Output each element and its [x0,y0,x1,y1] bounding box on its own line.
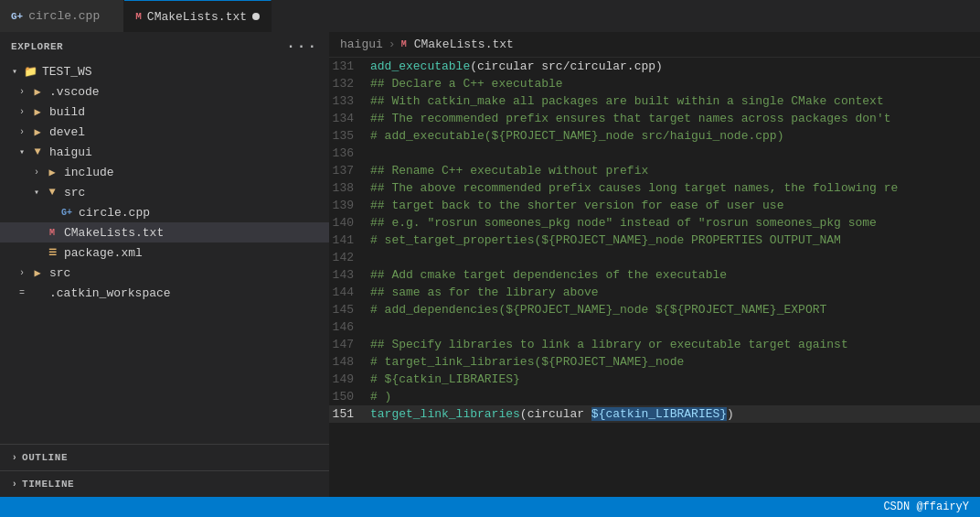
line-num-147: 147 [329,336,370,353]
status-bar: CSDN @ffairyY [0,497,980,517]
cmake-file-icon: M [135,11,142,22]
include-label: include [64,166,114,179]
outline-arrow: › [7,453,22,463]
cmakelists-label: CMakeLists.txt [64,226,164,240]
line-num-137: 137 [329,162,370,179]
sidebar-more-button[interactable]: ··· [286,39,318,54]
tab-label-circle-cpp: circle.cpp [28,9,100,23]
vscode-folder-icon: ▶ [29,85,46,99]
sidebar-item-catkin[interactable]: = .catkin_workspace [0,283,329,303]
line-num-139: 139 [329,197,370,214]
tll-paren-open: ( [520,407,527,421]
code-line-131: 131 add_executable(circular src/circular… [329,58,980,75]
status-attribution: CSDN @ffairyY [883,501,969,513]
line-num-140: 140 [329,214,370,232]
line-content-137: ## Rename C++ executable without prefix [370,162,980,179]
line-content-138: ## The above recommended prefix causes l… [370,179,980,197]
sidebar-item-include[interactable]: › ▶ include [0,162,329,182]
main-layout: EXPLORER ··· ▾ 📁 TEST_WS › ▶ .vscode › ▶… [0,32,980,497]
tab-modified-dot [252,13,260,20]
line-num-142: 142 [329,249,370,266]
sidebar-item-src-haigui[interactable]: ▾ ▼ src [0,182,329,202]
line-content-141: # set_target_properties(${PROJECT_NAME}_… [370,232,980,249]
code-line-136: 136 [329,145,980,162]
src-arrow: ▾ [29,187,44,198]
line-num-149: 149 [329,371,370,388]
catkin-spacer: = [15,288,29,298]
code-line-137: 137 ## Rename C++ executable without pre… [329,162,980,179]
line-num-150: 150 [329,388,370,405]
cpp-file-icon: G+ [11,11,23,22]
outline-label: OUTLINE [22,452,68,463]
sidebar-item-devel[interactable]: › ▶ devel [0,122,329,142]
root-arrow: ▾ [7,66,22,77]
sidebar-item-src-root[interactable]: › ▶ src [0,263,329,283]
line-num-135: 135 [329,127,370,145]
code-line-149: 149 # ${catkin_LIBRARIES} [329,371,980,388]
line-num-145: 145 [329,301,370,318]
tab-circle-cpp[interactable]: G+ circle.cpp [0,0,124,32]
tab-cmakelists[interactable]: M CMakeLists.txt [124,0,272,32]
code-line-139: 139 ## target back to the shorter versio… [329,197,980,214]
src-label: src [64,186,85,199]
sidebar-item-build[interactable]: › ▶ build [0,102,329,122]
src-root-folder-icon: ▶ [29,266,46,280]
code-line-141: 141 # set_target_properties(${PROJECT_NA… [329,232,980,249]
code-line-146: 146 [329,318,980,336]
timeline-arrow: › [7,479,22,490]
code-line-134: 134 ## The recommended prefix ensures th… [329,110,980,127]
code-line-138: 138 ## The above recommended prefix caus… [329,179,980,197]
timeline-header[interactable]: › TIMELINE [0,475,329,493]
catkin-label: .catkin_workspace [49,286,171,300]
root-folder-icon: 📁 [22,65,38,79]
code-line-133: 133 ## With catkin_make all packages are… [329,92,980,110]
package-xml-label: package.xml [64,246,143,260]
line-num-131: 131 [329,58,370,75]
devel-label: devel [49,125,85,139]
breadcrumb-file: CMakeLists.txt [414,38,514,51]
status-right: CSDN @ffairyY [883,501,969,513]
line-num-132: 132 [329,75,370,92]
tree-root[interactable]: ▾ 📁 TEST_WS [0,61,329,81]
sidebar-item-circle-cpp[interactable]: G+ circle.cpp [0,202,329,222]
breadcrumb-sep: › [389,38,396,51]
code-line-147: 147 ## Specify libraries to link a libra… [329,336,980,353]
line-content-144: ## same as for the library above [370,284,980,301]
code-line-140: 140 ## e.g. "rosrun someones_pkg node" i… [329,214,980,232]
build-label: build [49,105,85,119]
explorer-title: EXPLORER [11,41,63,52]
line-content-150: # ) [370,388,980,405]
vscode-arrow: › [15,87,29,97]
sidebar-item-cmakelists[interactable]: M CMakeLists.txt [0,222,329,242]
timeline-label: TIMELINE [22,479,74,490]
breadcrumb-folder: haigui [340,38,383,51]
root-label: TEST_WS [42,65,92,79]
line-num-141: 141 [329,232,370,249]
sidebar-item-vscode[interactable]: › ▶ .vscode [0,81,329,102]
circle-cpp-label: circle.cpp [79,206,150,220]
outline-header[interactable]: › OUTLINE [0,448,329,467]
line-content-149: # ${catkin_LIBRARIES} [370,371,980,388]
breadcrumb: haigui › M CMakeLists.txt [329,32,980,58]
sidebar-content[interactable]: ▾ 📁 TEST_WS › ▶ .vscode › ▶ build › ▶ de… [0,61,329,444]
line-num-134: 134 [329,110,370,127]
breadcrumb-cmake-icon: M [401,39,407,49]
timeline-section: › TIMELINE [0,470,329,497]
build-folder-icon: ▶ [29,105,46,119]
cmake-icon-sidebar: M [44,228,60,238]
haigui-label: haigui [49,145,92,159]
line-content-148: # target_link_libraries(${PROJECT_NAME}_… [370,353,980,371]
line-content-134: ## The recommended prefix ensures that t… [370,110,980,127]
sidebar-item-package-xml[interactable]: ☰ package.xml [0,242,329,263]
tll-paren-close: ) [727,407,734,421]
line-content-145: # add_dependencies(${PROJECT_NAME}_node … [370,301,980,318]
line-content-135: # add_executable(${PROJECT_NAME}_node sr… [370,127,980,145]
code-editor[interactable]: 131 add_executable(circular src/circular… [329,58,980,497]
sidebar-header: EXPLORER ··· [0,32,329,61]
sidebar: EXPLORER ··· ▾ 📁 TEST_WS › ▶ .vscode › ▶… [0,32,329,497]
sidebar-item-haigui[interactable]: ▾ ▼ haigui [0,142,329,162]
line-content-147: ## Specify libraries to link a library o… [370,336,980,353]
code-line-143: 143 ## Add cmake target dependencies of … [329,266,980,284]
tll-circular: circular [527,407,591,421]
line-num-143: 143 [329,266,370,284]
